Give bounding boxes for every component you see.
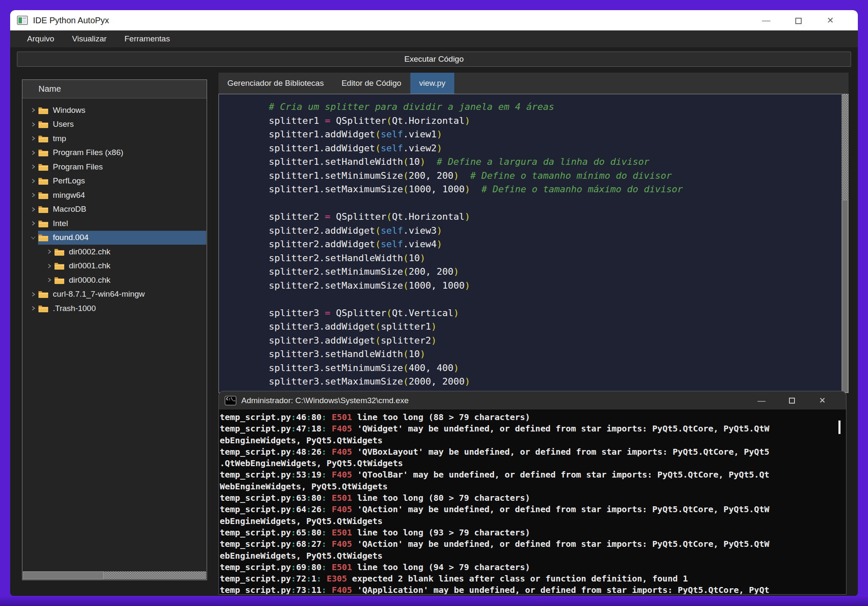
tab-gerenciador-de-bibliotecas[interactable]: Gerenciador de Bibliotecas (218, 73, 333, 94)
tree-item-highlight[interactable]: Program Files (x86) (38, 146, 206, 160)
code-line: splitter1 = QSplitter(Qt.Horizontal) (224, 114, 841, 128)
console-line: temp_script.py:47:18: F405 'QWidget' may… (220, 423, 845, 434)
tree-item-program-files[interactable]: Program Files (23, 160, 206, 174)
chevron-right-icon[interactable] (28, 192, 38, 198)
console-scrollbar-thumb[interactable] (838, 420, 841, 434)
tree-item-dir0000-chk[interactable]: dir0000.chk (23, 273, 206, 287)
tree-item-highlight[interactable]: MacroDB (38, 202, 206, 217)
tree-item-highlight[interactable]: PerfLogs (38, 174, 206, 188)
tree-header-name-column[interactable]: Name (22, 80, 207, 98)
code-line: splitter3.addWidget(splitter2) (224, 334, 841, 348)
run-code-button[interactable]: Executar Código (17, 52, 851, 67)
console-line: ebEngineWidgets, PyQt5.QtWidgets (220, 550, 845, 562)
menu-arquivo[interactable]: Arquivo (27, 34, 54, 44)
tree-item-mingw64[interactable]: mingw64 (23, 188, 206, 202)
tree-item-highlight[interactable]: Windows (38, 103, 206, 117)
cmd-minimize-icon[interactable]: — (752, 391, 771, 410)
cmd-window-controls: — ✕ (752, 391, 840, 410)
console-line: temp_script.py:72:1: E305 expected 2 bla… (220, 573, 845, 584)
tree-item-label: found.004 (53, 233, 89, 242)
folder-icon (38, 219, 49, 228)
console-output[interactable]: temp_script.py:46:80: E501 line too long… (218, 409, 846, 595)
menu-ferramentas[interactable]: Ferramentas (124, 34, 170, 44)
menu-visualizar[interactable]: Visualizar (72, 34, 106, 44)
tree-item-tmp[interactable]: tmp (23, 131, 206, 146)
folder-icon (38, 120, 49, 128)
tree-item-found-004[interactable]: found.004 (23, 231, 206, 245)
chevron-right-icon[interactable] (28, 107, 38, 113)
code-line: splitter2.addWidget(self.view4) (224, 237, 841, 251)
tree-item-label: Program Files (x86) (53, 148, 123, 157)
editor-vertical-scrollbar[interactable] (841, 94, 848, 393)
maximize-icon[interactable] (789, 10, 808, 30)
tree-item-highlight[interactable]: Intel (38, 216, 206, 231)
code-line: splitter1.setHandleWidth(10) # Define a … (224, 155, 841, 169)
folder-icon (38, 148, 49, 157)
tree-item-intel[interactable]: Intel (23, 216, 206, 231)
file-tree-panel: Name WindowsUserstmpProgram Files (x86)P… (22, 79, 207, 580)
folder-icon (54, 248, 65, 256)
tree-item-macrodb[interactable]: MacroDB (23, 202, 206, 217)
tree-item-perflogs[interactable]: PerfLogs (23, 174, 206, 188)
tree-item-label: MacroDB (53, 205, 86, 214)
tree-item-program-files-x86-[interactable]: Program Files (x86) (23, 146, 206, 160)
chevron-right-icon[interactable] (28, 306, 38, 311)
tree-item-users[interactable]: Users (23, 117, 206, 132)
chevron-right-icon[interactable] (28, 178, 38, 184)
tree-item-curl-8-7-1-7-win64-mingw[interactable]: curl-8.7.1_7-win64-mingw (23, 287, 206, 302)
code-line: splitter2.setMinimumSize(200, 200) (224, 265, 841, 279)
desktop-background: IDE Python AutoPyx — ✕ ArquivoVisualizar… (0, 0, 868, 606)
folder-icon (38, 191, 49, 199)
minimize-icon[interactable]: — (756, 10, 776, 30)
folder-icon (38, 304, 49, 313)
tree-item--trash-1000[interactable]: .Trash-1000 (23, 301, 206, 316)
chevron-right-icon[interactable] (28, 150, 38, 156)
code-area[interactable]: # Cria um splitter para dividir a janela… (219, 94, 841, 393)
chevron-right-icon[interactable] (28, 207, 38, 212)
folder-icon (38, 290, 49, 298)
chevron-right-icon[interactable] (28, 292, 38, 297)
tree-item-windows[interactable]: Windows (23, 103, 206, 117)
cmd-maximize-icon[interactable] (783, 391, 801, 410)
tree-item-label: Intel (53, 219, 68, 228)
chevron-right-icon[interactable] (44, 263, 54, 269)
code-line (224, 197, 841, 210)
tree-item-highlight[interactable]: dir0000.chk (54, 273, 206, 287)
code-line: splitter2 = QSplitter(Qt.Horizontal) (224, 210, 841, 224)
editor-scrollbar-thumb[interactable] (842, 200, 848, 393)
tab-editor-de-c-digo[interactable]: Editor de Código (333, 73, 410, 94)
code-editor[interactable]: # Cria um splitter para dividir a janela… (218, 94, 849, 393)
tree-item-highlight[interactable]: dir0002.chk (54, 245, 206, 259)
tree-horizontal-scrollbar[interactable] (23, 571, 206, 579)
tree-item-highlight[interactable]: Program Files (38, 160, 206, 174)
chevron-right-icon[interactable] (28, 164, 38, 169)
console-line: temp_script.py:73:11: F405 'QApplication… (220, 584, 845, 595)
chevron-right-icon[interactable] (28, 136, 38, 141)
chevron-right-icon[interactable] (44, 277, 54, 283)
code-line: splitter1.addWidget(self.view1) (224, 128, 841, 142)
tree-item-highlight[interactable]: Users (38, 117, 206, 132)
cmd-close-icon[interactable]: ✕ (813, 391, 832, 410)
chevron-right-icon[interactable] (28, 221, 38, 226)
tree-item-highlight[interactable]: dir0001.chk (54, 259, 206, 273)
tree-item-highlight[interactable]: curl-8.7.1_7-win64-mingw (38, 287, 206, 302)
console-line: ebEngineWidgets, PyQt5.QtWidgets (220, 435, 845, 446)
code-line: splitter2.addWidget(self.view3) (224, 224, 841, 238)
code-line: splitter2.setHandleWidth(10) (224, 251, 841, 265)
tree-item-dir0002-chk[interactable]: dir0002.chk (23, 245, 206, 259)
tree-item-dir0001-chk[interactable]: dir0001.chk (23, 259, 206, 273)
tree-item-label: curl-8.7.1_7-win64-mingw (53, 289, 145, 299)
tab-view-py[interactable]: view.py (410, 73, 454, 94)
chevron-down-icon[interactable] (28, 235, 38, 240)
tree-item-label: Windows (53, 106, 85, 115)
chevron-right-icon[interactable] (28, 122, 38, 127)
tree-scrollbar-thumb[interactable] (23, 571, 104, 579)
tree-item-highlight[interactable]: tmp (38, 131, 206, 146)
tree-header-label: Name (38, 84, 61, 94)
tree-item-highlight[interactable]: mingw64 (38, 188, 206, 202)
tree-item-highlight[interactable]: found.004 (38, 231, 206, 245)
chevron-right-icon[interactable] (44, 249, 54, 254)
console-line: WebEngineWidgets, PyQt5.QtWidgets (220, 481, 845, 492)
close-icon[interactable]: ✕ (821, 10, 840, 30)
tree-item-highlight[interactable]: .Trash-1000 (38, 301, 206, 316)
